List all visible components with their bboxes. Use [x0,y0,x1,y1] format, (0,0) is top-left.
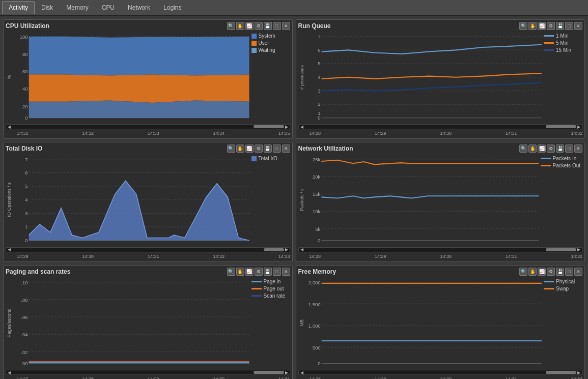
svg-marker-13 [29,74,249,103]
disk-svg-container: 7 6 5 4 3 1 0 [13,154,249,246]
disk-window-icon[interactable]: □ [273,144,281,153]
rq-zoom-icon[interactable]: 🔍 [519,22,527,30]
disk-hand-icon[interactable]: ✋ [236,144,244,153]
cpu-scroll-right[interactable]: ▶ [284,125,289,129]
close-icon[interactable]: ✕ [282,22,290,30]
paging-header: Paging and scan rates 🔍 ✋ 📈 ⚙ 💾 □ ✕ [6,268,290,276]
tab-network[interactable]: Network [121,1,157,14]
mem-legend: Physical Swap [542,277,582,369]
mem-scroll-right[interactable]: ▶ [576,370,581,375]
paging-close-icon[interactable]: ✕ [282,268,290,276]
mem-scroll-track[interactable] [304,371,577,374]
net-scroll-left[interactable]: ◀ [299,247,304,252]
paging-scroll-right[interactable]: ▶ [284,370,289,375]
svg-text:15k: 15k [313,192,320,197]
net-save-icon[interactable]: 💾 [556,144,564,153]
tab-activity[interactable]: Activity [2,1,35,14]
net-window-icon[interactable]: □ [565,144,573,153]
disk-scroll-right[interactable]: ▶ [284,247,289,252]
net-legend: Packets In Packets Out [539,154,582,246]
net-scrollbar[interactable]: ◀ ▶ [298,247,583,252]
disk-chart-icon[interactable]: 📈 [245,144,254,153]
rq-scroll-track[interactable] [304,125,577,128]
mem-hand-icon[interactable]: ✋ [528,268,537,276]
cpu-scrollbar[interactable]: ◀ ▶ [6,124,290,129]
cpu-y-label: % [6,31,13,123]
rq-scroll-left[interactable]: ◀ [299,125,304,129]
disk-zoom-icon[interactable]: 🔍 [227,144,235,153]
rq-scroll-thumb[interactable] [546,125,576,128]
mem-scrollbar[interactable]: ◀ ▶ [298,370,583,375]
filter-icon[interactable]: ⚙ [255,22,263,30]
legend-1min-color [544,35,554,37]
legend-page-in-color [251,281,262,282]
rq-window-icon[interactable]: □ [565,22,573,30]
disk-filter-icon[interactable]: ⚙ [255,144,263,153]
disk-scroll-thumb[interactable] [264,248,284,251]
paging-zoom-icon[interactable]: 🔍 [227,268,235,276]
paging-chart-icon[interactable]: 📈 [245,268,254,276]
disk-scrollbar[interactable]: ◀ ▶ [6,247,290,252]
net-hand-icon[interactable]: ✋ [528,144,537,153]
disk-scroll-track[interactable] [12,248,284,251]
net-scroll-track[interactable] [304,248,577,251]
mem-zoom-icon[interactable]: 🔍 [519,268,527,276]
paging-save-icon[interactable]: 💾 [264,268,272,276]
svg-text:6: 6 [25,170,27,176]
rq-hand-icon[interactable]: ✋ [528,22,537,30]
chart-icon[interactable]: 📈 [245,22,254,30]
paging-scroll-track[interactable] [12,371,284,374]
disk-save-icon[interactable]: 💾 [264,144,272,153]
rq-scrollbar[interactable]: ◀ ▶ [298,124,583,129]
free-memory-controls: 🔍 ✋ 📈 ⚙ 💾 □ ✕ [519,268,582,276]
mem-close-icon[interactable]: ✕ [574,268,582,276]
net-chart-icon[interactable]: 📈 [538,144,546,153]
disk-y-label: IO Operations / s [6,154,13,246]
window-icon[interactable]: □ [273,22,281,30]
paging-window-icon[interactable]: □ [273,268,281,276]
mem-chart-icon[interactable]: 📈 [538,268,546,276]
disk-x-axis: 14:29 14:30 14:31 14:32 14:33 [6,253,290,259]
tab-disk[interactable]: Disk [35,1,60,14]
paging-scroll-left[interactable]: ◀ [7,370,12,375]
paging-hand-icon[interactable]: ✋ [236,268,244,276]
mem-y-label: MB [298,277,305,369]
tab-logins[interactable]: Logins [157,1,188,14]
cpu-scroll-track[interactable] [12,125,284,128]
net-filter-icon[interactable]: ⚙ [547,144,555,153]
net-scroll-right[interactable]: ▶ [576,247,581,252]
paging-scroll-thumb[interactable] [254,371,284,374]
save-icon[interactable]: 💾 [264,22,272,30]
paging-scrollbar[interactable]: ◀ ▶ [6,370,290,375]
mem-filter-icon[interactable]: ⚙ [547,268,555,276]
tab-cpu[interactable]: CPU [95,1,121,14]
hand-icon[interactable]: ✋ [236,22,244,30]
net-zoom-icon[interactable]: 🔍 [519,144,527,153]
svg-text:20k: 20k [313,174,320,180]
svg-text:0: 0 [25,115,27,121]
disk-svg: 7 6 5 4 3 1 0 [13,154,249,246]
net-close-icon[interactable]: ✕ [574,144,582,153]
mem-save-icon[interactable]: 💾 [556,268,564,276]
net-scroll-thumb[interactable] [546,248,576,251]
run-queue-title: Run Queue [298,22,331,30]
cpu-scroll-left[interactable]: ◀ [7,125,12,129]
legend-swap: Swap [544,286,580,291]
svg-marker-12 [29,37,249,76]
legend-packets-in: Packets In [541,156,580,161]
disk-close-icon[interactable]: ✕ [282,144,290,153]
rq-filter-icon[interactable]: ⚙ [547,22,555,30]
tab-memory[interactable]: Memory [60,1,95,14]
mem-scroll-thumb[interactable] [546,371,576,374]
mem-scroll-left[interactable]: ◀ [299,370,304,375]
rq-save-icon[interactable]: 💾 [556,22,564,30]
cpu-scroll-thumb[interactable] [254,125,284,128]
mem-window-icon[interactable]: □ [565,268,573,276]
paging-filter-icon[interactable]: ⚙ [255,268,263,276]
rq-close-icon[interactable]: ✕ [574,22,582,30]
disk-scroll-left[interactable]: ◀ [7,247,12,252]
rq-scroll-right[interactable]: ▶ [576,125,581,129]
zoom-icon[interactable]: 🔍 [227,22,235,30]
cpu-panel-title: CPU Utilization [6,22,49,30]
rq-chart-icon[interactable]: 📈 [538,22,546,30]
